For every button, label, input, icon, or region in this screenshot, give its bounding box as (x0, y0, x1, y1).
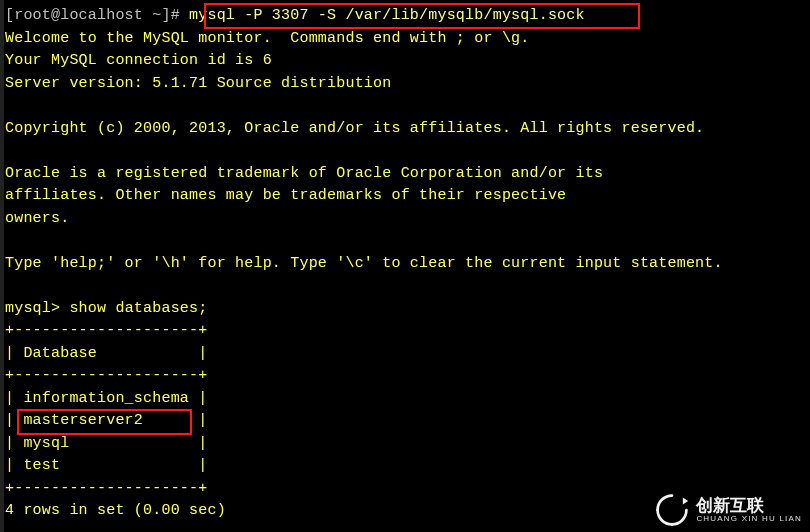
table-border-bottom: +--------------------+ (5, 480, 207, 497)
result-line: 4 rows in set (0.00 sec) (5, 502, 226, 519)
welcome-line-10: Type 'help;' or '\h' for help. Type '\c'… (5, 255, 723, 272)
watermark-text: 创新互联 CHUANG XIN HU LIAN (696, 497, 802, 524)
welcome-line-4: Copyright (c) 2000, 2013, Oracle and/or … (5, 120, 704, 137)
table-border-mid: +--------------------+ (5, 367, 207, 384)
table-row: | test | (5, 457, 207, 474)
welcome-line-1: Your MySQL connection id is 6 (5, 52, 272, 69)
table-row: | masterserver2 | (5, 412, 207, 429)
shell-prompt: [root@localhost ~]# (5, 7, 180, 24)
welcome-line-8: owners. (5, 210, 69, 227)
table-header-row: | Database | (5, 345, 207, 362)
shell-command: mysql -P 3307 -S /var/lib/mysqlb/mysql.s… (189, 7, 585, 24)
table-row: | mysql | (5, 435, 207, 452)
welcome-line-7: affiliates. Other names may be trademark… (5, 187, 566, 204)
welcome-line-6: Oracle is a registered trademark of Orac… (5, 165, 603, 182)
svg-marker-0 (683, 497, 688, 504)
watermark-cn: 创新互联 (696, 497, 802, 514)
watermark-en: CHUANG XIN HU LIAN (696, 514, 802, 524)
window-left-edge (0, 0, 4, 532)
mysql-prompt: mysql> (5, 300, 60, 317)
watermark-logo-icon (654, 492, 690, 528)
mysql-command: show databases; (69, 300, 207, 317)
table-row: | information_schema | (5, 390, 207, 407)
welcome-line-0: Welcome to the MySQL monitor. Commands e… (5, 30, 529, 47)
welcome-line-2: Server version: 5.1.71 Source distributi… (5, 75, 391, 92)
terminal-output[interactable]: [root@localhost ~]# mysql -P 3307 -S /va… (0, 0, 810, 532)
watermark: 创新互联 CHUANG XIN HU LIAN (654, 492, 802, 528)
table-border-top: +--------------------+ (5, 322, 207, 339)
